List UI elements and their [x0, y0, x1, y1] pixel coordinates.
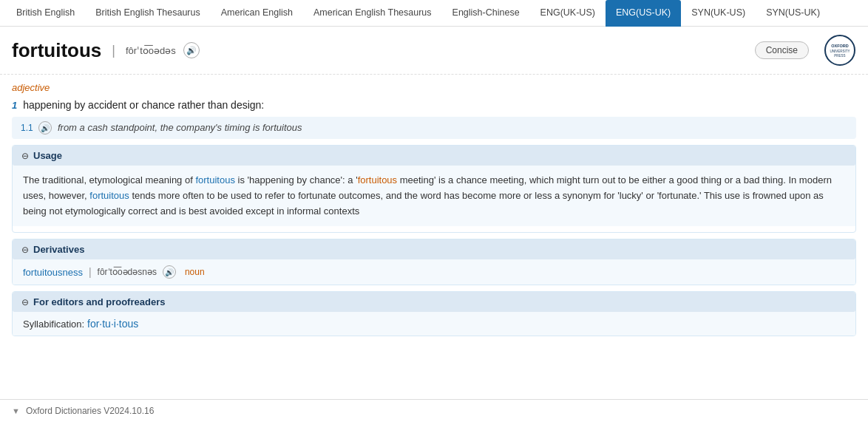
headword: fortuitous: [12, 39, 101, 62]
tab-bar: British English British English Thesauru…: [0, 0, 868, 27]
svg-text:UNIVERSITY: UNIVERSITY: [830, 50, 850, 53]
editors-section: ⊖ For editors and proofreaders Syllabifi…: [12, 291, 856, 336]
sound-icon[interactable]: 🔊: [183, 42, 200, 58]
derivative-item: fortuitousness | fôrˈto͞oədəsnəs 🔊 noun: [13, 259, 855, 285]
svg-text:OXFORD: OXFORD: [831, 44, 849, 48]
footer-version: Oxford Dictionaries V2024.10.16: [26, 406, 154, 416]
tab-eng-us-uk[interactable]: ENG(US-UK): [606, 0, 681, 27]
part-of-speech: adjective: [12, 82, 856, 93]
deriv-separator: |: [89, 266, 92, 278]
usage-header[interactable]: ⊖ Usage: [13, 146, 855, 166]
editors-header[interactable]: ⊖ For editors and proofreaders: [13, 292, 855, 312]
derivative-pos: noun: [185, 267, 205, 277]
footer-chevron-icon[interactable]: ▼: [12, 406, 20, 415]
derivatives-section: ⊖ Derivatives fortuitousness | fôrˈto͞oə…: [12, 239, 856, 285]
oxford-logo-icon: OXFORD UNIVERSITY PRESS: [824, 34, 856, 67]
definition-block: 1 happening by accident or chance rather…: [12, 99, 856, 111]
editors-collapse-icon: ⊖: [21, 297, 29, 307]
sub-number: 1.1: [21, 123, 33, 133]
concise-button[interactable]: Concise: [755, 41, 809, 59]
tab-english-chinese[interactable]: English-Chinese: [442, 0, 530, 27]
oxford-logo: OXFORD UNIVERSITY PRESS: [824, 34, 856, 67]
tab-british-english-thesaurus[interactable]: British English Thesaurus: [85, 0, 211, 27]
derivatives-title: Derivatives: [33, 244, 84, 255]
syllabification-value[interactable]: for·tu·i·tous: [87, 318, 138, 330]
usage-body: The traditional, etymological meaning of…: [13, 166, 855, 226]
derivatives-header[interactable]: ⊖ Derivatives: [13, 239, 855, 259]
def-number: 1: [12, 100, 17, 111]
usage-title: Usage: [33, 150, 62, 161]
tab-american-english[interactable]: American English: [211, 0, 303, 27]
pronunciation: fôrˈto͞oədəs: [126, 45, 176, 56]
tab-syn-us-uk[interactable]: SYN(US-UK): [756, 0, 830, 27]
header: fortuitous | fôrˈto͞oədəs 🔊 Concise OXFO…: [0, 27, 868, 75]
tab-american-english-thesaurus[interactable]: American English Thesaurus: [303, 0, 442, 27]
header-right: Concise OXFORD UNIVERSITY PRESS: [755, 34, 856, 67]
tab-british-english[interactable]: British English: [6, 0, 85, 27]
editors-title: For editors and proofreaders: [33, 296, 165, 307]
deriv-collapse-icon: ⊖: [21, 245, 29, 255]
sub-entry-1-1: 1.1 🔊 from a cash standpoint, the compan…: [12, 117, 856, 139]
tab-eng-uk-us[interactable]: ENG(UK-US): [530, 0, 606, 27]
deriv-sound-icon[interactable]: 🔊: [163, 265, 176, 279]
sub-sound-icon[interactable]: 🔊: [38, 121, 52, 135]
footer: ▼ Oxford Dictionaries V2024.10.16: [0, 399, 868, 422]
derivative-pronunciation: fôrˈto͞oədəsnəs: [98, 267, 157, 277]
header-left: fortuitous | fôrˈto͞oədəs 🔊: [12, 39, 200, 62]
content: adjective 1 happening by accident or cha…: [0, 75, 868, 350]
separator: |: [112, 43, 115, 58]
collapse-icon: ⊖: [21, 151, 29, 161]
definition-text: happening by accident or chance rather t…: [23, 99, 264, 111]
usage-link-2[interactable]: fortuitous: [358, 174, 397, 186]
usage-section: ⊖ Usage The traditional, etymological me…: [12, 145, 856, 233]
example-text: from a cash standpoint, the company's ti…: [58, 122, 302, 133]
editors-body: Syllabification: for·tu·i·tous: [13, 312, 855, 336]
tab-syn-uk-us[interactable]: SYN(UK-US): [681, 0, 756, 27]
syllabification-label: Syllabification:: [23, 319, 84, 330]
derivative-word[interactable]: fortuitousness: [23, 267, 83, 278]
usage-link-3[interactable]: fortuitous: [89, 190, 129, 201]
svg-text:PRESS: PRESS: [834, 54, 845, 58]
usage-link-1[interactable]: fortuitous: [195, 174, 234, 186]
